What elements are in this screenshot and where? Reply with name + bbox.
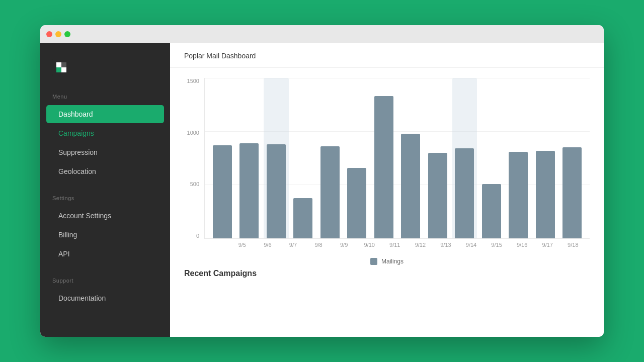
bar-9-8 bbox=[293, 198, 312, 238]
bar-9-6 bbox=[239, 143, 259, 238]
main-header: Poplar Mail Dashboard bbox=[170, 43, 604, 68]
x-label-9-15: 9/15 bbox=[485, 242, 509, 248]
bar-group-9-15 bbox=[479, 78, 504, 238]
sidebar-item-geolocation[interactable]: Geolocation bbox=[46, 162, 164, 180]
sidebar-item-campaigns[interactable]: Campaigns bbox=[46, 124, 164, 142]
sidebar-section-settings-label: Settings bbox=[40, 195, 170, 206]
sidebar-item-dashboard-label: Dashboard bbox=[58, 110, 93, 118]
bars-container bbox=[205, 78, 590, 238]
chart-plot-area bbox=[204, 78, 590, 239]
x-label-9-6: 9/6 bbox=[256, 242, 280, 248]
bar-group-9-14 bbox=[452, 78, 477, 238]
legend-label: Mailings bbox=[381, 258, 404, 265]
legend-color-box bbox=[370, 258, 377, 265]
bar-9-11 bbox=[374, 96, 393, 238]
y-label-1500: 1500 bbox=[184, 78, 199, 84]
sidebar-item-billing-label: Billing bbox=[58, 231, 77, 239]
bar-9-17 bbox=[536, 151, 555, 238]
chart-legend: Mailings bbox=[184, 258, 590, 265]
x-label-9-18: 9/18 bbox=[561, 242, 585, 248]
page-title: Poplar Mail Dashboard bbox=[184, 52, 256, 60]
chart-section: 1500 1000 500 0 bbox=[170, 68, 604, 264]
y-label-1000: 1000 bbox=[184, 130, 199, 136]
x-label-9-10: 9/10 bbox=[358, 242, 381, 248]
y-label-500: 500 bbox=[184, 181, 199, 187]
x-labels: 9/59/69/79/89/99/109/119/129/139/149/159… bbox=[225, 239, 590, 248]
logo-area bbox=[40, 53, 170, 94]
bar-group-9-16 bbox=[506, 78, 531, 238]
sidebar-item-account-settings-label: Account Settings bbox=[58, 212, 111, 220]
bar-9-16 bbox=[509, 152, 528, 238]
sidebar-item-documentation[interactable]: Documentation bbox=[46, 289, 164, 307]
bar-9-10 bbox=[347, 168, 366, 238]
sidebar-item-dashboard[interactable]: Dashboard bbox=[46, 105, 164, 123]
x-label-9-14: 9/14 bbox=[459, 242, 483, 248]
bar-group-9-7 bbox=[264, 78, 289, 238]
bar-9-9 bbox=[320, 146, 340, 238]
sidebar: Menu Dashboard Campaigns Suppression Geo… bbox=[40, 43, 170, 337]
x-label-9-17: 9/17 bbox=[536, 242, 559, 248]
minimize-button[interactable] bbox=[55, 31, 61, 37]
recent-campaigns-title: Recent Campaigns bbox=[184, 269, 590, 278]
recent-campaigns-section: Recent Campaigns bbox=[170, 264, 604, 293]
bar-9-12 bbox=[401, 134, 420, 238]
bar-group-9-8 bbox=[291, 78, 316, 238]
bar-group-9-9 bbox=[317, 78, 343, 238]
y-label-0: 0 bbox=[184, 233, 199, 239]
window-body: Menu Dashboard Campaigns Suppression Geo… bbox=[40, 43, 604, 337]
bar-group-9-18 bbox=[560, 78, 585, 238]
x-label-9-5: 9/5 bbox=[230, 242, 254, 248]
chart-container: 1500 1000 500 0 bbox=[184, 78, 590, 259]
traffic-lights bbox=[46, 31, 70, 37]
x-label-9-12: 9/12 bbox=[409, 242, 432, 248]
y-axis: 1500 1000 500 0 bbox=[184, 78, 199, 239]
bar-9-15 bbox=[482, 184, 501, 238]
sidebar-item-api[interactable]: API bbox=[46, 245, 164, 263]
bar-9-18 bbox=[562, 147, 582, 238]
bar-group-9-13 bbox=[425, 78, 450, 238]
bar-group-9-10 bbox=[345, 78, 370, 238]
maximize-button[interactable] bbox=[64, 31, 70, 37]
sidebar-section-support-label: Support bbox=[40, 278, 170, 289]
x-label-9-16: 9/16 bbox=[510, 242, 534, 248]
bar-group-9-17 bbox=[533, 78, 558, 238]
x-label-9-13: 9/13 bbox=[434, 242, 458, 248]
x-label-9-11: 9/11 bbox=[383, 242, 407, 248]
x-label-9-8: 9/8 bbox=[307, 242, 331, 248]
bar-9-14 bbox=[455, 148, 474, 238]
bar-group-9-6 bbox=[237, 78, 262, 238]
sidebar-item-documentation-label: Documentation bbox=[58, 294, 106, 302]
x-label-9-7: 9/7 bbox=[281, 242, 305, 248]
bar-9-5 bbox=[213, 145, 232, 238]
sidebar-item-account-settings[interactable]: Account Settings bbox=[46, 207, 164, 225]
app-logo bbox=[52, 58, 70, 76]
sidebar-item-api-label: API bbox=[58, 250, 70, 258]
app-window: Menu Dashboard Campaigns Suppression Geo… bbox=[40, 25, 604, 337]
sidebar-item-campaigns-label: Campaigns bbox=[58, 129, 94, 137]
sidebar-item-geolocation-label: Geolocation bbox=[58, 167, 96, 175]
bar-group-9-11 bbox=[371, 78, 396, 238]
bar-group-9-12 bbox=[398, 78, 424, 238]
sidebar-section-menu-label: Menu bbox=[40, 94, 170, 105]
bar-9-7 bbox=[267, 144, 286, 238]
bar-group-9-5 bbox=[210, 78, 235, 238]
sidebar-item-billing[interactable]: Billing bbox=[46, 226, 164, 244]
bar-9-13 bbox=[428, 153, 447, 238]
main-content: Poplar Mail Dashboard 1500 1000 500 0 bbox=[170, 43, 604, 337]
titlebar bbox=[40, 25, 604, 43]
sidebar-item-suppression[interactable]: Suppression bbox=[46, 143, 164, 161]
close-button[interactable] bbox=[46, 31, 52, 37]
sidebar-item-suppression-label: Suppression bbox=[58, 148, 98, 156]
x-label-9-9: 9/9 bbox=[332, 242, 356, 248]
